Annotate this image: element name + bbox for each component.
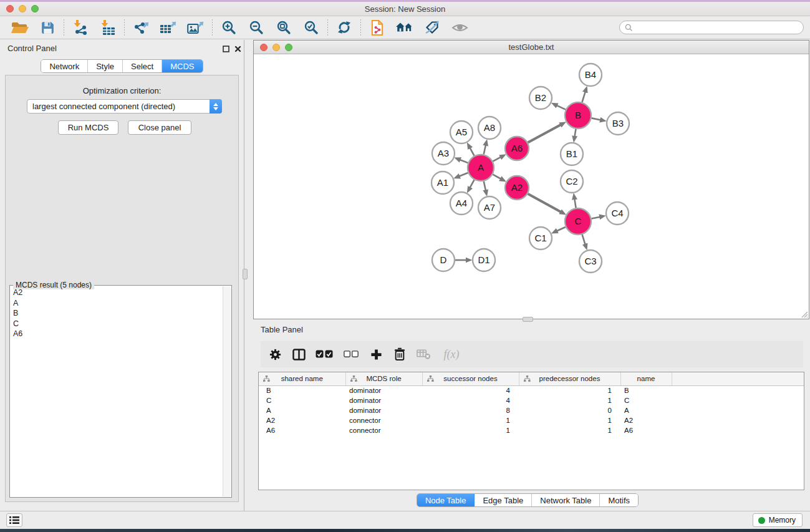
graph-node-A3[interactable]: A3 xyxy=(432,142,455,165)
export-network-button[interactable] xyxy=(127,17,155,37)
graph-edge-C-C4[interactable] xyxy=(592,217,600,219)
networks-overview-button[interactable] xyxy=(391,17,418,37)
tab-mcds[interactable]: MCDS xyxy=(162,60,202,72)
graph-node-B[interactable]: B xyxy=(565,102,591,128)
graph-node-A2[interactable]: A2 xyxy=(505,176,529,200)
network-window-titlebar[interactable]: testGlobe.txt xyxy=(254,41,809,54)
graph-node-A1[interactable]: A1 xyxy=(432,172,454,194)
tab-node-table[interactable]: Node Table xyxy=(417,494,475,506)
table-row[interactable]: Bdominator41B xyxy=(259,385,804,395)
tab-motifs[interactable]: Motifs xyxy=(600,494,638,506)
export-table-button[interactable] xyxy=(155,17,182,37)
tab-network-table[interactable]: Network Table xyxy=(532,494,600,506)
open-session-button[interactable] xyxy=(6,17,34,37)
table-row[interactable]: Adominator80A xyxy=(259,405,804,415)
export-image-button[interactable] xyxy=(182,17,210,37)
graph-node-B4[interactable]: B4 xyxy=(579,64,602,86)
toggle-visibility-button[interactable] xyxy=(446,17,473,37)
mcds-result-item[interactable]: A2 xyxy=(11,288,222,298)
graph-edge-A-A7[interactable] xyxy=(484,181,486,190)
float-panel-button[interactable] xyxy=(221,44,230,53)
mcds-result-item[interactable]: A6 xyxy=(11,329,222,339)
graph-edge-A-A4[interactable] xyxy=(470,180,474,188)
graph-node-A6[interactable]: A6 xyxy=(505,137,529,160)
column-header-successor-nodes[interactable]: successor nodes xyxy=(422,372,519,385)
save-session-button[interactable] xyxy=(34,17,61,37)
graph-edge-A-A8[interactable] xyxy=(484,145,486,154)
table-row[interactable]: A2connector11A2 xyxy=(259,415,804,425)
graph-edge-A-A6[interactable] xyxy=(493,157,501,162)
search-box[interactable] xyxy=(619,21,804,34)
run-mcds-button[interactable]: Run MCDS xyxy=(58,120,118,135)
toggle-labels-button[interactable] xyxy=(418,17,446,37)
graph-node-A5[interactable]: A5 xyxy=(450,121,473,143)
graph-node-C3[interactable]: C3 xyxy=(579,250,602,273)
show-columns-button[interactable] xyxy=(289,345,308,364)
graph-node-A7[interactable]: A7 xyxy=(478,196,501,219)
table-settings-button[interactable] xyxy=(266,345,284,364)
graph-node-C1[interactable]: C1 xyxy=(529,227,552,249)
graph-node-B1[interactable]: B1 xyxy=(561,143,583,165)
select-all-button[interactable] xyxy=(313,345,335,364)
close-panel-button-mcds[interactable]: Close panel xyxy=(128,120,191,135)
graph-node-B2[interactable]: B2 xyxy=(529,87,552,109)
zoom-in-button[interactable] xyxy=(215,17,243,37)
tab-edge-table[interactable]: Edge Table xyxy=(475,494,532,506)
graph-node-B3[interactable]: B3 xyxy=(607,112,629,135)
zoom-fit-button[interactable] xyxy=(270,17,297,37)
graph-node-D1[interactable]: D1 xyxy=(473,249,495,271)
deselect-all-button[interactable] xyxy=(340,345,362,364)
graph-node-A[interactable]: A xyxy=(468,155,494,181)
column-header-predecessor-nodes[interactable]: predecessor nodes xyxy=(519,372,620,385)
graph-node-A4[interactable]: A4 xyxy=(450,192,473,215)
delete-column-button[interactable] xyxy=(390,345,409,364)
table-row[interactable]: A6connector11A6 xyxy=(259,425,804,435)
mcds-result-list[interactable]: A2ABCA6 xyxy=(11,288,222,496)
column-header-mcds-role[interactable]: MCDS role xyxy=(345,372,422,385)
graph-node-C2[interactable]: C2 xyxy=(561,170,583,193)
search-input[interactable] xyxy=(636,23,798,32)
vertical-splitter-grip[interactable] xyxy=(243,269,248,279)
graph-edge-A-A1[interactable] xyxy=(459,173,468,177)
tab-network[interactable]: Network xyxy=(41,60,88,72)
function-builder-button[interactable]: f(x) xyxy=(438,345,465,364)
tab-style[interactable]: Style xyxy=(88,60,123,72)
zoom-out-button[interactable] xyxy=(243,17,270,37)
tab-select[interactable]: Select xyxy=(123,60,162,72)
add-column-button[interactable] xyxy=(367,345,385,364)
network-from-selection-button[interactable] xyxy=(364,17,391,37)
graph-edge-A-A3[interactable] xyxy=(460,160,468,163)
import-network-button[interactable] xyxy=(67,17,94,37)
graph-edge-A6-B[interactable] xyxy=(528,125,561,143)
mcds-result-item[interactable]: B xyxy=(11,308,222,319)
graph-edge-C-C3[interactable] xyxy=(582,235,586,244)
column-header-name[interactable]: name xyxy=(620,372,672,385)
window-resize-grip[interactable] xyxy=(800,310,808,318)
mcds-result-item[interactable]: C xyxy=(11,319,222,329)
graph-edge-C-C2[interactable] xyxy=(574,199,576,208)
task-history-button[interactable] xyxy=(6,513,22,527)
zoom-selected-button[interactable] xyxy=(297,17,325,37)
column-header-shared-name[interactable]: shared name xyxy=(259,372,345,385)
table-row[interactable]: Cdominator41C xyxy=(259,395,804,405)
import-table-button[interactable] xyxy=(94,17,122,37)
graph-edge-A2-C[interactable] xyxy=(528,194,561,212)
network-graph[interactable]: B4B2BB3A5A8A6B1A3AA1C2A2A4A7C4CC1C3DD1 xyxy=(254,54,809,319)
graph-edge-A-A2[interactable] xyxy=(493,175,501,179)
graph-edge-B-B2[interactable] xyxy=(556,105,566,110)
delete-table-button[interactable] xyxy=(414,345,433,364)
graph-edge-C-C1[interactable] xyxy=(557,227,566,231)
graph-edge-A-A5[interactable] xyxy=(470,148,474,156)
graph-node-C[interactable]: C xyxy=(565,208,591,235)
optimization-criterion-select[interactable]: largest connected component (directed) xyxy=(27,99,222,114)
graph-node-D[interactable]: D xyxy=(432,249,455,271)
graph-node-A8[interactable]: A8 xyxy=(478,117,501,139)
memory-button[interactable]: Memory xyxy=(753,513,803,527)
refresh-layout-button[interactable] xyxy=(330,17,358,37)
graph-edge-B-B1[interactable] xyxy=(574,129,576,137)
graph-edge-B-B4[interactable] xyxy=(582,92,585,102)
close-panel-button[interactable] xyxy=(233,44,242,53)
graph-edge-B-B3[interactable] xyxy=(592,118,601,120)
mcds-result-item[interactable]: A xyxy=(11,298,222,309)
graph-node-C4[interactable]: C4 xyxy=(606,202,629,225)
